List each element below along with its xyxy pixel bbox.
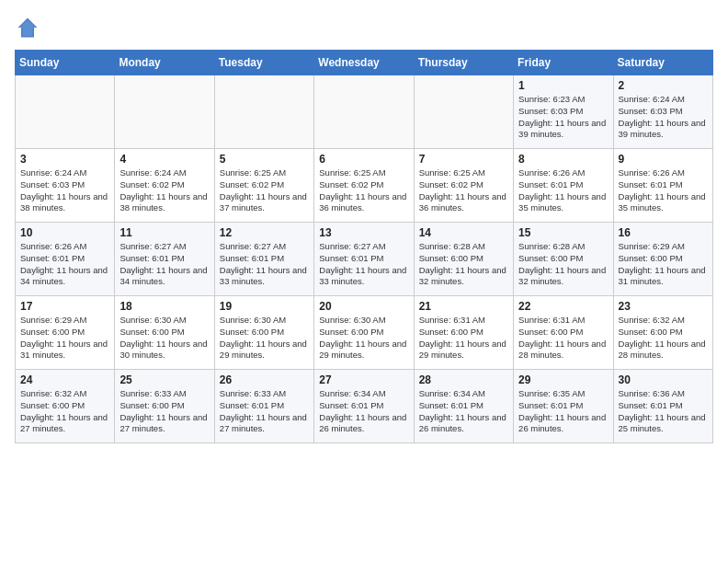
- calendar-cell: 22Sunrise: 6:31 AM Sunset: 6:00 PM Dayli…: [514, 296, 613, 370]
- logo: [15, 15, 44, 40]
- day-info: Sunrise: 6:30 AM Sunset: 6:00 PM Dayligh…: [220, 315, 309, 362]
- calendar-week-1: 1Sunrise: 6:23 AM Sunset: 6:03 PM Daylig…: [16, 75, 713, 149]
- day-number: 1: [518, 79, 608, 92]
- logo-icon: [15, 15, 40, 40]
- day-number: 18: [119, 300, 209, 313]
- day-info: Sunrise: 6:25 AM Sunset: 6:02 PM Dayligh…: [319, 167, 408, 214]
- day-info: Sunrise: 6:34 AM Sunset: 6:01 PM Dayligh…: [419, 388, 508, 435]
- calendar-cell: 7Sunrise: 6:25 AM Sunset: 6:02 PM Daylig…: [414, 149, 513, 223]
- day-number: 9: [619, 153, 708, 166]
- header-thursday: Thursday: [414, 51, 513, 75]
- day-number: 13: [319, 226, 408, 239]
- day-number: 3: [20, 153, 109, 166]
- calendar-cell: 8Sunrise: 6:26 AM Sunset: 6:01 PM Daylig…: [514, 149, 613, 223]
- day-info: Sunrise: 6:25 AM Sunset: 6:02 PM Dayligh…: [419, 167, 508, 214]
- calendar-cell: 28Sunrise: 6:34 AM Sunset: 6:01 PM Dayli…: [414, 370, 513, 443]
- day-info: Sunrise: 6:30 AM Sunset: 6:00 PM Dayligh…: [119, 315, 209, 362]
- calendar-cell: 17Sunrise: 6:29 AM Sunset: 6:00 PM Dayli…: [16, 296, 115, 370]
- day-info: Sunrise: 6:31 AM Sunset: 6:00 PM Dayligh…: [518, 315, 608, 362]
- calendar-table: SundayMondayTuesdayWednesdayThursdayFrid…: [15, 50, 713, 443]
- day-number: 2: [619, 79, 708, 92]
- day-info: Sunrise: 6:25 AM Sunset: 6:02 PM Dayligh…: [220, 167, 309, 214]
- calendar-cell: 3Sunrise: 6:24 AM Sunset: 6:03 PM Daylig…: [16, 149, 115, 223]
- day-number: 16: [619, 226, 708, 239]
- calendar-cell: 19Sunrise: 6:30 AM Sunset: 6:00 PM Dayli…: [214, 296, 313, 370]
- day-number: 11: [119, 226, 209, 239]
- calendar-cell: 18Sunrise: 6:30 AM Sunset: 6:00 PM Dayli…: [115, 296, 214, 370]
- calendar-cell: 5Sunrise: 6:25 AM Sunset: 6:02 PM Daylig…: [214, 149, 313, 223]
- calendar-cell: 30Sunrise: 6:36 AM Sunset: 6:01 PM Dayli…: [613, 370, 712, 443]
- calendar-week-3: 10Sunrise: 6:26 AM Sunset: 6:01 PM Dayli…: [16, 223, 713, 296]
- day-number: 24: [20, 373, 109, 386]
- calendar-cell: 11Sunrise: 6:27 AM Sunset: 6:01 PM Dayli…: [115, 223, 214, 296]
- day-info: Sunrise: 6:32 AM Sunset: 6:00 PM Dayligh…: [619, 315, 708, 362]
- header-sunday: Sunday: [16, 51, 115, 75]
- day-info: Sunrise: 6:32 AM Sunset: 6:00 PM Dayligh…: [20, 388, 109, 435]
- day-number: 23: [619, 300, 708, 313]
- day-info: Sunrise: 6:27 AM Sunset: 6:01 PM Dayligh…: [119, 241, 209, 288]
- day-info: Sunrise: 6:29 AM Sunset: 6:00 PM Dayligh…: [619, 241, 708, 288]
- day-number: 14: [419, 226, 508, 239]
- day-number: 12: [220, 226, 309, 239]
- day-number: 17: [20, 300, 109, 313]
- day-info: Sunrise: 6:36 AM Sunset: 6:01 PM Dayligh…: [619, 388, 708, 435]
- calendar-cell: 13Sunrise: 6:27 AM Sunset: 6:01 PM Dayli…: [314, 223, 414, 296]
- calendar-cell: 23Sunrise: 6:32 AM Sunset: 6:00 PM Dayli…: [613, 296, 712, 370]
- day-info: Sunrise: 6:27 AM Sunset: 6:01 PM Dayligh…: [220, 241, 309, 288]
- calendar-cell: 20Sunrise: 6:30 AM Sunset: 6:00 PM Dayli…: [314, 296, 414, 370]
- day-info: Sunrise: 6:28 AM Sunset: 6:00 PM Dayligh…: [518, 241, 608, 288]
- calendar-cell: [314, 75, 414, 149]
- calendar-cell: 6Sunrise: 6:25 AM Sunset: 6:02 PM Daylig…: [314, 149, 414, 223]
- calendar-cell: 16Sunrise: 6:29 AM Sunset: 6:00 PM Dayli…: [613, 223, 712, 296]
- calendar-week-5: 24Sunrise: 6:32 AM Sunset: 6:00 PM Dayli…: [16, 370, 713, 443]
- day-number: 10: [20, 226, 109, 239]
- calendar-cell: [115, 75, 214, 149]
- calendar-cell: 24Sunrise: 6:32 AM Sunset: 6:00 PM Dayli…: [16, 370, 115, 443]
- day-info: Sunrise: 6:24 AM Sunset: 6:03 PM Dayligh…: [619, 94, 708, 141]
- day-number: 4: [119, 153, 209, 166]
- calendar-week-4: 17Sunrise: 6:29 AM Sunset: 6:00 PM Dayli…: [16, 296, 713, 370]
- day-number: 5: [220, 153, 309, 166]
- day-info: Sunrise: 6:33 AM Sunset: 6:00 PM Dayligh…: [119, 388, 209, 435]
- calendar-cell: 29Sunrise: 6:35 AM Sunset: 6:01 PM Dayli…: [514, 370, 613, 443]
- calendar-cell: 27Sunrise: 6:34 AM Sunset: 6:01 PM Dayli…: [314, 370, 414, 443]
- calendar-cell: 15Sunrise: 6:28 AM Sunset: 6:00 PM Dayli…: [514, 223, 613, 296]
- day-number: 7: [419, 153, 508, 166]
- calendar-cell: 4Sunrise: 6:24 AM Sunset: 6:02 PM Daylig…: [115, 149, 214, 223]
- header-saturday: Saturday: [613, 51, 712, 75]
- day-number: 8: [518, 153, 608, 166]
- day-number: 15: [518, 226, 608, 239]
- day-info: Sunrise: 6:28 AM Sunset: 6:00 PM Dayligh…: [419, 241, 508, 288]
- calendar-cell: 21Sunrise: 6:31 AM Sunset: 6:00 PM Dayli…: [414, 296, 513, 370]
- day-info: Sunrise: 6:30 AM Sunset: 6:00 PM Dayligh…: [319, 315, 408, 362]
- day-info: Sunrise: 6:29 AM Sunset: 6:00 PM Dayligh…: [20, 315, 109, 362]
- day-number: 26: [220, 373, 309, 386]
- calendar-cell: 12Sunrise: 6:27 AM Sunset: 6:01 PM Dayli…: [214, 223, 313, 296]
- page-header: [15, 15, 713, 40]
- header-wednesday: Wednesday: [314, 51, 414, 75]
- day-number: 6: [319, 153, 408, 166]
- calendar-cell: 9Sunrise: 6:26 AM Sunset: 6:01 PM Daylig…: [613, 149, 712, 223]
- day-number: 22: [518, 300, 608, 313]
- calendar-cell: [414, 75, 513, 149]
- calendar-cell: 1Sunrise: 6:23 AM Sunset: 6:03 PM Daylig…: [514, 75, 613, 149]
- day-number: 29: [518, 373, 608, 386]
- day-info: Sunrise: 6:27 AM Sunset: 6:01 PM Dayligh…: [319, 241, 408, 288]
- calendar-cell: 2Sunrise: 6:24 AM Sunset: 6:03 PM Daylig…: [613, 75, 712, 149]
- calendar-cell: 10Sunrise: 6:26 AM Sunset: 6:01 PM Dayli…: [16, 223, 115, 296]
- day-number: 27: [319, 373, 408, 386]
- day-number: 28: [419, 373, 508, 386]
- day-info: Sunrise: 6:24 AM Sunset: 6:02 PM Dayligh…: [119, 167, 209, 214]
- day-number: 20: [319, 300, 408, 313]
- calendar-cell: [16, 75, 115, 149]
- calendar-cell: [214, 75, 313, 149]
- calendar-header-row: SundayMondayTuesdayWednesdayThursdayFrid…: [16, 51, 713, 75]
- day-info: Sunrise: 6:35 AM Sunset: 6:01 PM Dayligh…: [518, 388, 608, 435]
- day-number: 25: [119, 373, 209, 386]
- day-info: Sunrise: 6:31 AM Sunset: 6:00 PM Dayligh…: [419, 315, 508, 362]
- day-info: Sunrise: 6:34 AM Sunset: 6:01 PM Dayligh…: [319, 388, 408, 435]
- day-info: Sunrise: 6:24 AM Sunset: 6:03 PM Dayligh…: [20, 167, 109, 214]
- day-info: Sunrise: 6:26 AM Sunset: 6:01 PM Dayligh…: [619, 167, 708, 214]
- calendar-cell: 26Sunrise: 6:33 AM Sunset: 6:01 PM Dayli…: [214, 370, 313, 443]
- calendar-cell: 14Sunrise: 6:28 AM Sunset: 6:00 PM Dayli…: [414, 223, 513, 296]
